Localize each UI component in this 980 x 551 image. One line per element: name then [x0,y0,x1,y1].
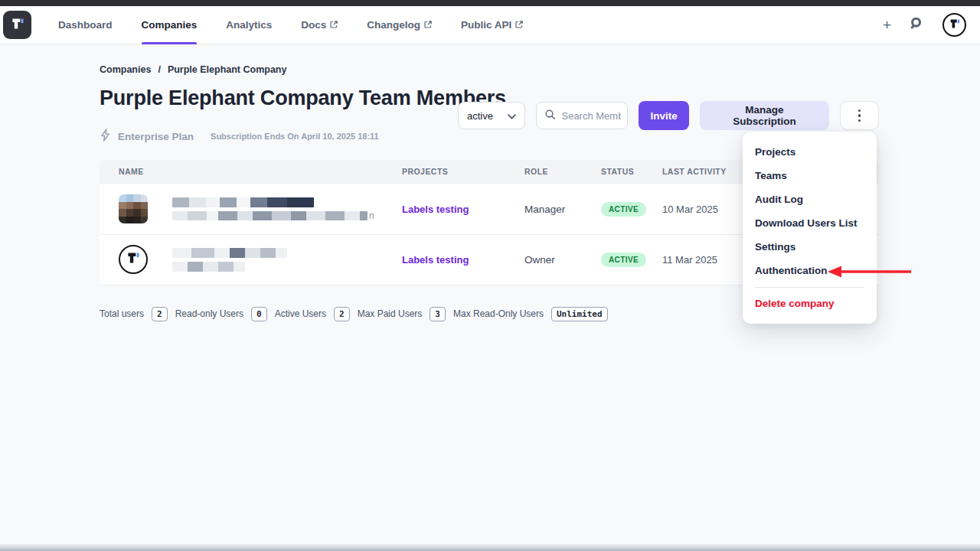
stat-value: 3 [430,307,446,321]
nav-label: Companies [142,19,198,31]
col-header-name: NAME [100,167,402,176]
last-activity-text: 10 Mar 2025 [662,204,718,215]
nav-item-public-api[interactable]: Public API [446,6,537,44]
plus-icon[interactable]: + [883,18,891,32]
nav-item-dashboard[interactable]: Dashboard [44,6,127,44]
nav-label: Docs [301,19,326,31]
chevron-down-icon [508,110,516,122]
col-header-status: STATUS [601,167,662,176]
status-cell: ACTIVE [601,252,662,267]
menu-item-audit-log[interactable]: Audit Log [743,187,877,211]
brand-logo[interactable] [3,11,31,39]
t-logo-icon [948,17,962,34]
subscription-end-note: Subscription Ends On April 10, 2025 18:1… [211,132,379,141]
stat-value: 0 [251,307,267,321]
nav-label: Analytics [226,19,272,31]
nav-item-analytics[interactable]: Analytics [211,6,286,44]
member-name-cell: n [100,194,402,223]
search-members-input[interactable] [561,110,621,122]
stat-label: Total users [100,308,144,319]
external-link-icon [424,19,432,31]
stat-label: Active Users [275,308,326,319]
external-link-icon [515,19,523,31]
project-link[interactable]: Labels testing [402,204,469,215]
role-cell: Manager [524,202,601,216]
more-options-button[interactable] [840,101,879,130]
status-filter-value: active [467,110,493,122]
status-cell: ACTIVE [601,201,662,217]
project-link[interactable]: Labels testing [402,254,469,266]
kebab-dot [858,114,861,117]
menu-item-teams[interactable]: Teams [743,164,877,187]
nav-item-changelog[interactable]: Changelog [352,6,446,44]
redacted-member-name: n [172,197,374,220]
kebab-dot [858,119,861,122]
t-logo-icon [9,15,26,35]
stat-label: Read-only Users [175,308,243,319]
projects-cell: Labels testing [402,253,524,266]
company-options-menu: Projects Teams Audit Log Download Users … [743,132,877,324]
redacted-name-line [172,248,287,258]
menu-item-delete-company[interactable]: Delete company [743,292,877,315]
avatar [119,245,148,274]
manage-subscription-button[interactable]: Manage Subscription [700,101,829,130]
toolbar: active Invite Manage Subscription [458,101,879,130]
invite-button[interactable]: Invite [639,101,688,130]
menu-item-projects[interactable]: Projects [743,140,877,164]
redacted-name-suffix: n [369,211,374,220]
nav-item-companies[interactable]: Companies [127,6,212,44]
nav-items: Dashboard Companies Analytics Docs Chang… [44,6,537,44]
stat-label: Max Read-Only Users [453,308,544,319]
status-badge: ACTIVE [601,253,646,267]
magnifier-icon [544,109,556,123]
redacted-email-line [172,262,245,272]
menu-item-download-users-list[interactable]: Download Users List [743,211,877,235]
user-avatar[interactable] [942,13,966,37]
plan-name: Enterprise Plan [118,131,194,142]
breadcrumb-companies[interactable]: Companies [100,64,151,75]
projects-cell: Labels testing [402,202,524,216]
status-filter-select[interactable]: active [458,102,525,129]
kebab-dot [858,109,861,112]
redacted-member-name [172,248,287,272]
app-window: Dashboard Companies Analytics Docs Chang… [0,0,980,551]
menu-item-authentication[interactable]: Authentication [743,259,877,282]
redacted-name-line [172,197,314,207]
stat-value: Unlimited [551,307,608,321]
nav-label: Public API [461,19,511,31]
t-logo-icon [125,249,142,269]
nav-label: Dashboard [58,19,113,31]
breadcrumb-separator: / [158,64,160,75]
nav-label: Changelog [367,19,420,31]
window-bottom-strip [0,544,980,551]
stat-value: 2 [334,307,350,321]
search-members-box [536,102,628,129]
col-header-role: ROLE [524,167,601,176]
status-badge: ACTIVE [601,202,646,217]
avatar [119,194,148,223]
member-name-cell [100,245,402,274]
lightning-bolt-icon [100,129,111,145]
page-title: Purple Elephant Company Team Members [100,87,513,110]
role-text: Owner [524,254,555,266]
role-text: Manager [524,204,565,215]
col-header-projects: PROJECTS [402,167,524,176]
stat-value: 2 [152,307,168,321]
external-link-icon [330,19,338,31]
top-nav: Dashboard Companies Analytics Docs Chang… [0,6,980,44]
search-icon[interactable] [910,16,924,34]
nav-item-docs[interactable]: Docs [286,6,352,44]
last-activity-text: 11 Mar 2025 [662,254,717,266]
redacted-email-line [172,211,368,220]
nav-right-actions: + [883,13,966,37]
breadcrumb-current: Purple Elephant Company [168,64,287,75]
role-cell: Owner [524,253,601,266]
stat-label: Max Paid Users [358,308,423,319]
menu-item-settings[interactable]: Settings [743,235,877,259]
breadcrumb: Companies / Purple Elephant Company [100,64,879,75]
menu-divider [755,287,864,288]
